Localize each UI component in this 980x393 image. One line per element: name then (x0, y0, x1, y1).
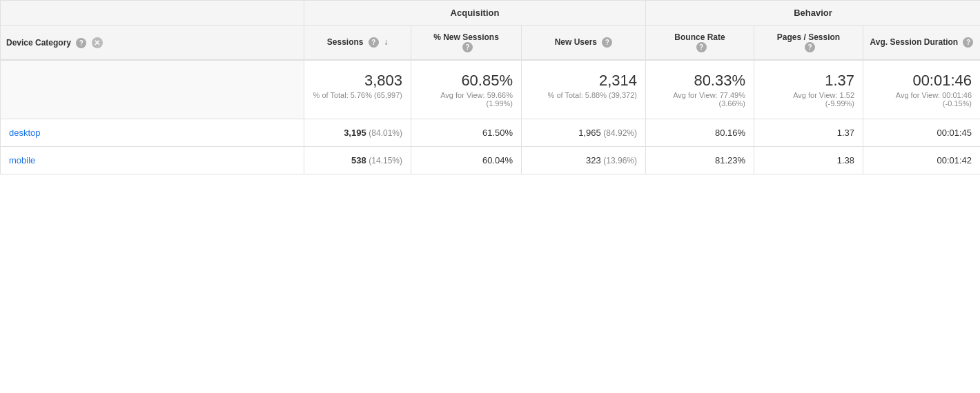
totals-avg-session-value: 00:01:46 (872, 72, 972, 90)
bounce-rate-cell: 80.16% (646, 119, 754, 147)
bounce-rate-header: Bounce Rate ? (646, 26, 754, 61)
pages-session-cell: 1.37 (754, 119, 863, 147)
pages-session-label: Pages / Session (777, 32, 840, 42)
avg-session-value: 00:01:45 (937, 128, 972, 138)
sessions-pct: (84.01%) (369, 128, 402, 138)
device-category-close-icon[interactable]: ✕ (92, 37, 103, 48)
avg-session-header: Avg. Session Duration ? (863, 26, 980, 61)
totals-sessions-sub: % of Total: 5.76% (65,997) (313, 91, 402, 99)
new-users-help-icon[interactable]: ? (602, 37, 612, 48)
table-row: mobile 538 (14.15%) 60.04% 323 (13.96%) … (1, 147, 981, 174)
sessions-header: Sessions ? ↓ (304, 26, 411, 61)
sessions-help-icon[interactable]: ? (369, 37, 379, 48)
column-header-row: Device Category ? ✕ Sessions ? ↓ % New S… (1, 26, 981, 61)
new-sessions-label: % New Sessions (433, 32, 499, 42)
totals-empty-cell (1, 60, 304, 119)
bounce-rate-cell: 81.23% (646, 147, 754, 174)
new-sessions-value: 60.04% (482, 155, 513, 165)
new-sessions-value: 61.50% (482, 128, 513, 138)
device-category-header: Device Category ? ✕ (1, 26, 304, 61)
totals-new-users-value: 2,314 (530, 72, 637, 90)
sessions-cell: 538 (14.15%) (304, 147, 411, 174)
sessions-value: 3,195 (344, 128, 366, 138)
bounce-rate-value: 80.16% (715, 128, 745, 138)
bounce-rate-help-icon[interactable]: ? (696, 42, 707, 52)
totals-new-users-sub: % of Total: 5.88% (39,372) (530, 91, 637, 99)
new-sessions-cell: 61.50% (411, 119, 522, 147)
totals-pages-session-value: 1.37 (763, 72, 854, 90)
totals-avg-session-cell: 00:01:46 Avg for View: 00:01:46 (-0.15%) (863, 60, 980, 119)
new-users-label: New Users (555, 37, 597, 47)
totals-new-sessions-value: 60.85% (420, 72, 513, 90)
sessions-sort-icon[interactable]: ↓ (384, 37, 388, 47)
table-row: desktop 3,195 (84.01%) 61.50% 1,965 (84.… (1, 119, 981, 147)
new-sessions-header: % New Sessions ? (411, 26, 522, 61)
device-category-help-icon[interactable]: ? (76, 38, 86, 48)
group-header-empty (1, 1, 304, 26)
totals-bounce-rate-cell: 80.33% Avg for View: 77.49% (3.66%) (646, 60, 754, 119)
new-users-header: New Users ? (522, 26, 646, 61)
device-category-label: Device Category (6, 38, 71, 48)
avg-session-help-icon[interactable]: ? (963, 37, 973, 48)
totals-pages-session-sub: Avg for View: 1.52 (-9.99%) (763, 91, 854, 108)
device-name-cell[interactable]: mobile (1, 147, 304, 174)
new-sessions-cell: 60.04% (411, 147, 522, 174)
group-header-row: Acquisition Behavior (1, 1, 981, 26)
bounce-rate-label: Bounce Rate (674, 32, 725, 42)
new-users-cell: 323 (13.96%) (522, 147, 646, 174)
totals-avg-session-sub: Avg for View: 00:01:46 (-0.15%) (872, 91, 972, 108)
pages-session-help-icon[interactable]: ? (805, 42, 815, 52)
acquisition-label: Acquisition (451, 8, 500, 18)
new-users-value: 323 (586, 155, 601, 165)
device-name-cell[interactable]: desktop (1, 119, 304, 147)
new-sessions-help-icon[interactable]: ? (462, 42, 473, 52)
sessions-pct: (14.15%) (369, 156, 402, 165)
new-users-pct: (84.92%) (603, 128, 637, 138)
new-users-value: 1,965 (578, 128, 601, 138)
pages-session-value: 1.37 (837, 128, 854, 138)
avg-session-cell: 00:01:45 (863, 119, 980, 147)
avg-session-value: 00:01:42 (937, 155, 972, 165)
group-header-acquisition: Acquisition (304, 1, 646, 26)
new-users-pct: (13.96%) (603, 156, 637, 165)
sessions-value: 538 (351, 155, 366, 165)
new-users-cell: 1,965 (84.92%) (522, 119, 646, 147)
totals-bounce-rate-sub: Avg for View: 77.49% (3.66%) (654, 91, 745, 108)
totals-pages-session-cell: 1.37 Avg for View: 1.52 (-9.99%) (754, 60, 863, 119)
pages-session-value: 1.38 (837, 155, 854, 165)
pages-session-header: Pages / Session ? (754, 26, 863, 61)
totals-new-sessions-sub: Avg for View: 59.66% (1.99%) (420, 91, 513, 108)
pages-session-cell: 1.38 (754, 147, 863, 174)
sessions-cell: 3,195 (84.01%) (304, 119, 411, 147)
totals-sessions-cell: 3,803 % of Total: 5.76% (65,997) (304, 60, 411, 119)
behavior-label: Behavior (794, 8, 832, 18)
totals-new-users-cell: 2,314 % of Total: 5.88% (39,372) (522, 60, 646, 119)
group-header-behavior: Behavior (646, 1, 980, 26)
totals-bounce-rate-value: 80.33% (654, 72, 745, 90)
totals-sessions-value: 3,803 (313, 72, 402, 90)
bounce-rate-value: 81.23% (715, 155, 745, 165)
sessions-label: Sessions (327, 37, 364, 47)
avg-session-cell: 00:01:42 (863, 147, 980, 174)
totals-new-sessions-cell: 60.85% Avg for View: 59.66% (1.99%) (411, 60, 522, 119)
avg-session-label: Avg. Session Duration (870, 37, 959, 47)
totals-row: 3,803 % of Total: 5.76% (65,997) 60.85% … (1, 60, 981, 119)
